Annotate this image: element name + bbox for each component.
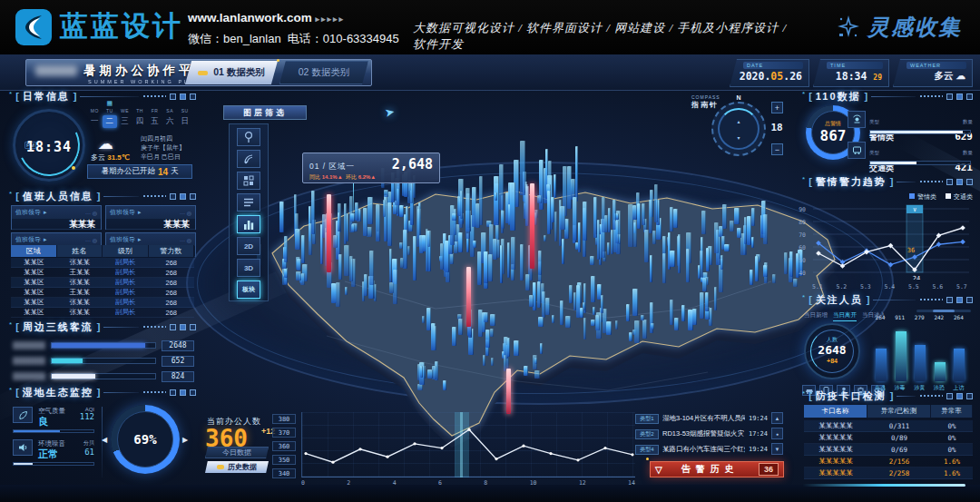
alert-text: 湿地3-104片区有不明人员闯入	[662, 414, 745, 423]
duty-header-cell[interactable]: 警力数	[149, 245, 195, 257]
legend-swatch	[946, 193, 951, 199]
office-y-tick: 350	[272, 455, 296, 465]
duty-header-cell[interactable]: 级别	[103, 245, 149, 257]
week-strip: MO一▦TU二WE三TH四FR五SA六SU日	[87, 100, 192, 128]
y-tick-label: 90	[793, 206, 806, 213]
alert-row[interactable]: 类型1湿地3-104片区有不明人员闯入19:24	[635, 412, 768, 425]
layer-3d-button[interactable]: 3D	[237, 259, 260, 277]
layer-list-button[interactable]	[237, 193, 260, 212]
panel-window-icon[interactable]	[180, 193, 186, 200]
panel-window-icon[interactable]	[956, 94, 963, 100]
noise-number: 61	[58, 448, 94, 457]
panel-window-icon[interactable]	[180, 324, 186, 330]
week-day[interactable]: SU日	[177, 100, 192, 128]
contact-line: 微信：ben_lanlan 电话：010-63334945	[188, 29, 399, 48]
panel-expand-icon[interactable]	[190, 94, 196, 100]
today-data-button[interactable]: 今日数据	[205, 447, 269, 458]
panel-minimize-icon[interactable]	[170, 94, 176, 100]
layer-signal-button[interactable]	[237, 150, 260, 168]
panel-minimize-icon[interactable]	[170, 193, 176, 200]
week-day[interactable]: FR五	[147, 100, 162, 128]
inspiration-collect[interactable]: 灵感收集	[837, 13, 962, 42]
panel-minimize-icon[interactable]	[946, 179, 953, 185]
layer-2d-button[interactable]: 2D	[237, 237, 260, 255]
speaker-icon	[18, 443, 28, 452]
alert-scroll-dot[interactable]: ●	[771, 428, 783, 439]
focus-bar-chart: 264在逃911涉毒279涉黄242涉恐264上访	[875, 314, 973, 392]
duty-card: 值班领导▸··· ◎ 某某某	[11, 205, 102, 230]
week-day[interactable]: ▦TU二	[103, 100, 118, 128]
tab-data-category-1[interactable]: 01 数据类别	[185, 61, 278, 84]
website-link[interactable]: www.lanlanwork.com ▸▸▸▸▸	[188, 8, 399, 29]
focus-chart-scrollbar[interactable]	[916, 310, 971, 312]
date-widget: DATE 2020.05.26	[730, 59, 809, 87]
duty-cell: 张某某	[57, 278, 103, 287]
layer-block-button[interactable]: 板块	[237, 281, 260, 299]
alert-time: 17:24	[749, 430, 768, 438]
flow-bar-fill	[52, 343, 145, 348]
map-landmass[interactable]	[272, 191, 835, 436]
compass-down-arrow[interactable]: ▾	[737, 134, 740, 141]
flow-row: 824	[13, 370, 194, 382]
panel-window-icon[interactable]	[180, 389, 186, 396]
panel-window-icon[interactable]	[180, 94, 186, 100]
history-data-button[interactable]: 历史数据	[205, 461, 269, 473]
duty-cell: 某某区	[11, 288, 57, 297]
alert-row[interactable]: 类型4某路口有小汽车连闯三个红灯19:24	[635, 443, 768, 456]
warning-triangle-icon: ▽	[655, 465, 662, 475]
checkpoint-header-cell[interactable]: 卡口名称	[804, 405, 867, 418]
chevron-right-icon: ▸	[44, 209, 47, 216]
week-day[interactable]: MO一	[87, 100, 103, 128]
duty-header-cell[interactable]: 姓名	[57, 245, 103, 257]
panel-window-icon[interactable]	[956, 297, 963, 303]
panel-window-icon[interactable]	[956, 393, 963, 399]
alert-scroll-down[interactable]: ▼	[771, 443, 783, 455]
bottom-strip	[0, 485, 980, 502]
gauge-right-arrow[interactable]: ▶	[182, 436, 188, 444]
checkpoint-header-cell[interactable]: 异常/已检测	[867, 405, 931, 418]
panel-expand-icon[interactable]	[966, 179, 973, 185]
week-day[interactable]: TH四	[132, 100, 148, 128]
zoom-in-button[interactable]: +	[771, 102, 783, 113]
zoom-out-button[interactable]: −	[771, 143, 783, 155]
tab-data-category-2[interactable]: 02 数据类别	[279, 61, 368, 84]
flow-bar-track	[51, 373, 156, 379]
alert-text: 某路口有小汽车连闯三个红灯	[662, 445, 745, 454]
layer-pin-button[interactable]	[237, 128, 260, 146]
duty-header-cell[interactable]: 区域	[11, 245, 57, 257]
duty-cell: 268	[149, 298, 195, 307]
noise-unit: 分贝	[58, 439, 94, 448]
alarm-history-button[interactable]: ▽ 告警历史 36	[650, 461, 784, 477]
duty-cell: 王某某	[57, 268, 103, 277]
checkpoint-name: 某某某某某	[804, 445, 867, 454]
panel-minimize-icon[interactable]	[946, 297, 953, 303]
week-day[interactable]: WE三	[117, 100, 132, 128]
panel-minimize-icon[interactable]	[946, 94, 953, 100]
noise-progress	[13, 462, 94, 466]
layer-group-button[interactable]	[237, 172, 260, 190]
panel-window-icon[interactable]	[956, 179, 963, 185]
alert-scroll-up[interactable]: ▲	[771, 412, 783, 424]
alarm-phone-icon	[848, 111, 866, 128]
alert-type-badge: 类型4	[635, 445, 659, 455]
panel-minimize-icon[interactable]	[170, 324, 176, 330]
focus-tab[interactable]: 当日离开	[833, 311, 857, 321]
panel-expand-icon[interactable]	[190, 324, 196, 330]
gauge-left-arrow[interactable]: ◀	[102, 436, 107, 444]
compass[interactable]: N ▴ ▾	[711, 102, 766, 156]
layer-barchart-button[interactable]	[237, 215, 260, 233]
panel-expand-icon[interactable]	[966, 393, 973, 399]
panel-minimize-icon[interactable]	[170, 389, 176, 396]
checkpoint-header-cell[interactable]: 异常率	[931, 405, 973, 418]
week-day[interactable]: SA六	[162, 100, 178, 128]
alert-row[interactable]: 类型2RD13-53烟感报警疑似火灾17:24	[635, 428, 768, 440]
panel-minimize-icon[interactable]	[946, 393, 953, 399]
panel-expand-icon[interactable]	[190, 389, 196, 396]
focus-tab[interactable]: 当日新增	[804, 311, 828, 321]
panel-expand-icon[interactable]	[966, 297, 973, 303]
bar-value: 242	[929, 314, 949, 320]
panel-expand-icon[interactable]	[966, 94, 973, 100]
panel-expand-icon[interactable]	[190, 193, 196, 200]
tooltip-pin-line	[353, 183, 354, 223]
compass-up-arrow[interactable]: ▴	[737, 118, 740, 124]
